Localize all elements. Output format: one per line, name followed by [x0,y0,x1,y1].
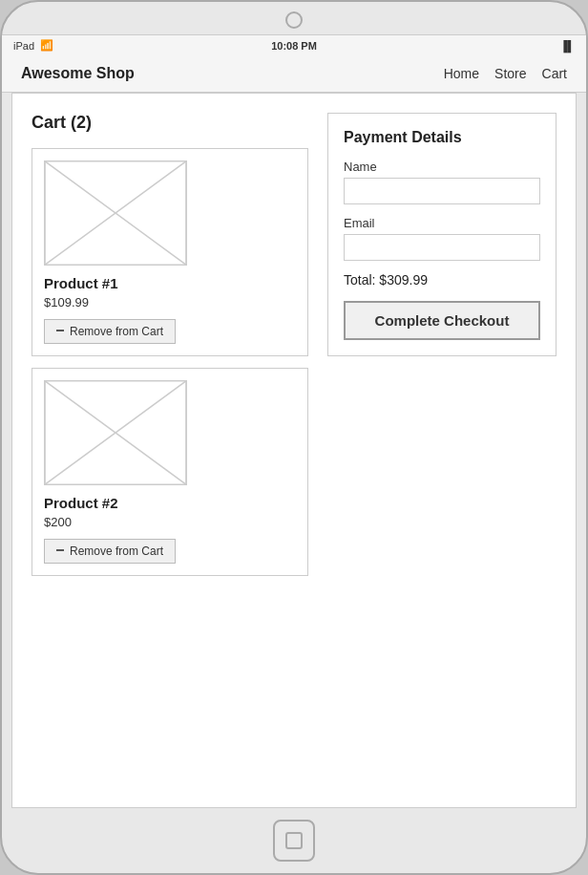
camera [285,11,303,29]
minus-icon-1 [56,330,64,331]
email-group: Email [344,216,540,261]
remove-1-label: Remove from Cart [70,325,163,338]
nav-home[interactable]: Home [444,66,479,81]
home-button-inner [285,832,303,849]
email-label: Email [344,216,540,230]
cart-title: Cart (2) [32,113,308,133]
device-bottom [2,808,586,873]
product-2-price: $200 [44,515,296,529]
device-top [2,2,586,34]
name-group: Name [344,160,540,204]
remove-product-1-button[interactable]: Remove from Cart [44,319,176,344]
carrier-label: iPad [13,40,34,52]
cart-item-1: Product #1 $109.99 Remove from Cart [32,148,308,356]
content-grid: Cart (2) Product #1 $109.99 Remo [32,113,556,587]
name-input[interactable] [344,178,540,204]
nav-cart[interactable]: Cart [542,66,567,81]
brand-name: Awesome Shop [21,65,135,82]
remove-product-2-button[interactable]: Remove from Cart [44,539,176,564]
wifi-icon: 📶 [40,39,53,52]
payment-title: Payment Details [344,129,540,146]
payment-section: Payment Details Name Email Total: $309.9… [327,113,556,356]
total-text: Total: $309.99 [344,272,540,288]
status-left: iPad 📶 [13,39,53,52]
nav-links: Home Store Cart [444,66,567,81]
product-2-image [44,380,187,485]
product-1-price: $109.99 [44,295,296,309]
remove-2-label: Remove from Cart [70,544,163,558]
device: iPad 📶 10:08 PM ▐▌ Awesome Shop Home Sto… [0,0,588,875]
name-label: Name [344,160,540,174]
screen-content: Cart (2) Product #1 $109.99 Remo [11,93,577,808]
minus-icon-2 [56,549,64,551]
home-button[interactable] [273,820,315,862]
complete-checkout-button[interactable]: Complete Checkout [344,301,540,340]
navbar: Awesome Shop Home Store Cart [2,55,586,93]
product-2-name: Product #2 [44,495,296,511]
status-bar: iPad 📶 10:08 PM ▐▌ [2,34,586,55]
status-time: 10:08 PM [271,40,317,52]
product-1-name: Product #1 [44,275,296,291]
nav-store[interactable]: Store [494,66,526,81]
cart-section: Cart (2) Product #1 $109.99 Remo [32,113,308,587]
cart-item-2: Product #2 $200 Remove from Cart [32,368,308,576]
battery-icon: ▐▌ [559,40,575,52]
email-input[interactable] [344,234,540,261]
product-1-image [44,160,187,266]
